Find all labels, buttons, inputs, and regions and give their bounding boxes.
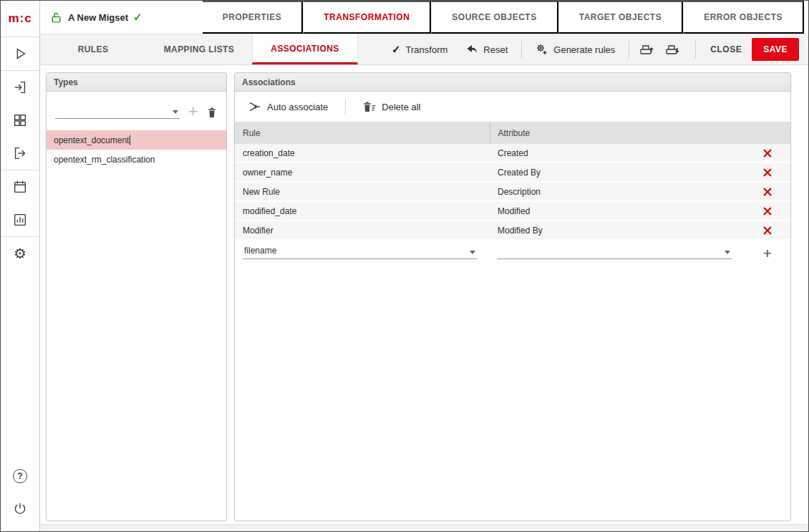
red-x-icon [762, 168, 772, 178]
reset-button[interactable]: Reset [457, 34, 517, 64]
type-filter-dropdown[interactable] [55, 103, 180, 119]
tab-rules[interactable]: RULES [40, 34, 146, 64]
new-rule-dropdown[interactable]: filename [243, 243, 477, 259]
toolbar-divider [345, 99, 346, 115]
toolbar-divider [521, 41, 522, 58]
new-association-actions: + [745, 247, 790, 260]
app-window: m:c ⚙ ? [0, 0, 809, 532]
type-label: opentext_rm_classification [54, 155, 155, 165]
tab-associations[interactable]: ASSOCIATIONS [252, 34, 358, 64]
scheduler-calendar-icon[interactable] [1, 170, 39, 203]
table-row[interactable]: New Rule Description [235, 183, 790, 202]
auto-associate-button[interactable]: Auto associate [245, 101, 332, 112]
close-button[interactable]: CLOSE [700, 39, 752, 60]
red-x-icon [762, 148, 772, 158]
save-button[interactable]: SAVE [752, 38, 799, 61]
table-row[interactable]: modified_date Modified [235, 202, 790, 221]
associations-panel-title: Associations [242, 77, 296, 87]
export-rules-icon[interactable] [634, 34, 659, 64]
check-icon: ✓ [392, 43, 401, 56]
generate-rules-button[interactable]: Generate rules [526, 34, 624, 64]
import-rules-icon[interactable] [659, 34, 685, 64]
modules-grid-icon[interactable] [1, 104, 39, 137]
type-label: opentext_document [54, 135, 129, 145]
new-attribute-dropdown[interactable] [498, 243, 732, 259]
rule-cell: owner_name [235, 163, 490, 181]
remove-association-button[interactable] [762, 206, 772, 216]
valid-check-icon: ✓ [133, 11, 142, 24]
type-item-opentext-rm-classification[interactable]: opentext_rm_classification [47, 150, 226, 169]
tab-properties[interactable]: PROPERTIES [203, 1, 303, 34]
reports-icon[interactable] [1, 203, 39, 236]
table-row[interactable]: Modifier Modified By [235, 221, 790, 241]
delete-sweep-icon [363, 101, 376, 113]
reset-label: Reset [483, 44, 508, 55]
add-type-button[interactable]: + [187, 105, 199, 119]
attribute-cell: Created [490, 144, 745, 162]
toolbar-divider [629, 41, 629, 58]
tab-transformation[interactable]: TRANSFORMATION [303, 1, 431, 34]
tab-target-objects[interactable]: TARGET OBJECTS [558, 1, 683, 34]
table-header-row: Rule Attribute [235, 122, 790, 144]
associations-panel: Associations Auto associate Delete all [234, 72, 791, 521]
settings-gear-icon[interactable]: ⚙ [1, 237, 39, 270]
rule-cell: Modifier [235, 221, 490, 239]
delete-all-label: Delete all [382, 102, 420, 112]
run-migration-icon[interactable] [1, 37, 39, 70]
top-header: A New Migset ✓ PROPERTIES TRANSFORMATION… [40, 1, 808, 34]
app-logo[interactable]: m:c [1, 1, 39, 37]
table-row[interactable]: owner_name Created By [235, 163, 790, 183]
content-area: Types + opentext_document [40, 65, 808, 524]
top-tabs: PROPERTIES TRANSFORMATION SOURCE OBJECTS… [203, 1, 804, 34]
gears-plus-icon [536, 44, 548, 55]
tab-source-objects[interactable]: SOURCE OBJECTS [431, 1, 558, 34]
types-list: opentext_document opentext_rm_classifica… [47, 130, 226, 169]
table-row[interactable]: creation_date Created [235, 144, 790, 163]
horizontal-scrollbar[interactable] [40, 524, 808, 531]
remove-association-button[interactable] [762, 226, 772, 236]
tab-mapping-lists[interactable]: MAPPING LISTS [146, 34, 252, 64]
add-association-button[interactable]: + [763, 247, 772, 260]
export-icon[interactable] [1, 137, 39, 170]
column-header-rule: Rule [235, 122, 490, 144]
chevron-down-icon [173, 110, 178, 114]
red-x-icon [762, 226, 772, 236]
associations-table: Rule Attribute creation_date Created own… [235, 122, 790, 266]
power-icon[interactable] [1, 493, 39, 526]
transformation-toolbar: RULES MAPPING LISTS ASSOCIATIONS ✓ Trans… [40, 34, 808, 65]
rule-cell: New Rule [235, 183, 490, 200]
attribute-cell: Description [490, 183, 745, 200]
associations-toolbar: Auto associate Delete all [235, 92, 790, 122]
text-cursor [130, 135, 130, 145]
delete-type-button[interactable] [206, 107, 218, 119]
merge-arrows-icon [249, 101, 261, 112]
chevron-down-icon [725, 251, 730, 254]
new-association-row: filename + [235, 241, 790, 266]
types-panel-header: Types [47, 73, 226, 92]
chevron-down-icon [470, 251, 475, 254]
column-header-attribute: Attribute [490, 122, 745, 144]
tab-error-objects[interactable]: ERROR OBJECTS [683, 1, 804, 34]
remove-association-button[interactable] [762, 187, 772, 197]
new-rule-cell: filename [235, 243, 490, 263]
toolbar-divider [695, 41, 696, 58]
new-attribute-cell [490, 243, 745, 263]
delete-all-button[interactable]: Delete all [359, 101, 425, 113]
auto-associate-label: Auto associate [267, 102, 328, 112]
associations-panel-header: Associations [235, 73, 790, 92]
type-item-opentext-document[interactable]: opentext_document [47, 130, 226, 150]
types-panel-title: Types [54, 77, 78, 87]
remove-association-button[interactable] [762, 148, 772, 158]
undo-arrow-icon [466, 44, 478, 55]
transform-button[interactable]: ✓ Transform [382, 34, 457, 64]
red-x-icon [762, 206, 772, 216]
help-icon[interactable]: ? [1, 460, 39, 493]
new-rule-value: filename [244, 246, 276, 256]
red-x-icon [762, 187, 772, 197]
remove-association-button[interactable] [762, 168, 772, 178]
attribute-cell: Created By [490, 163, 745, 181]
unlock-icon [50, 11, 62, 24]
import-icon[interactable] [1, 71, 39, 104]
types-controls: + [47, 92, 226, 126]
main-area: A New Migset ✓ PROPERTIES TRANSFORMATION… [40, 1, 808, 531]
